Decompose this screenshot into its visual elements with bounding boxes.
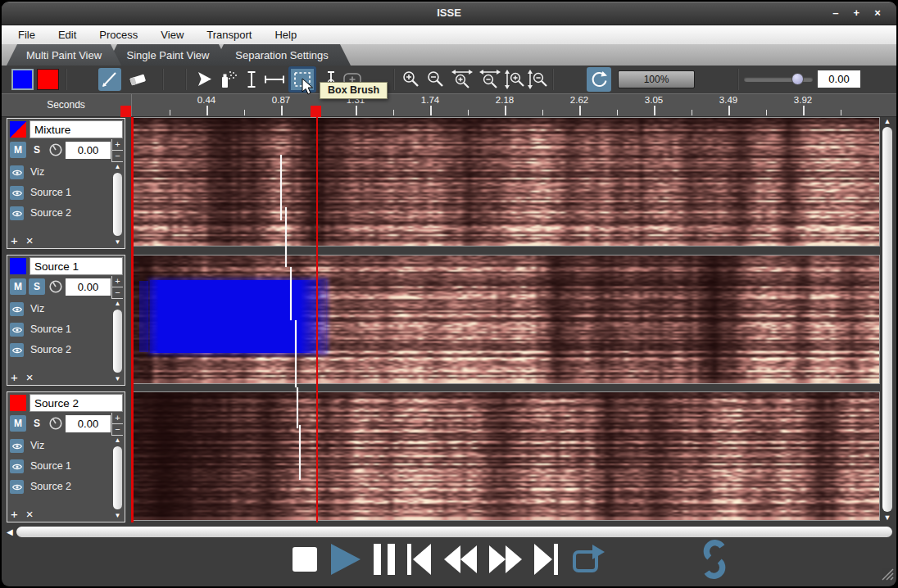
tab-separation-settings[interactable]: Separation Settings: [213, 44, 351, 66]
add-layer-button[interactable]: +: [11, 233, 18, 247]
track-color-swatch[interactable]: [10, 395, 26, 411]
scroll-up-arrow[interactable]: ▲: [882, 117, 893, 126]
arrow-brush-button[interactable]: [193, 68, 215, 91]
volume-slider-thumb[interactable]: [791, 73, 804, 85]
scroll-left-arrow[interactable]: ◀: [7, 527, 13, 537]
remove-layer-button[interactable]: ×: [26, 233, 34, 247]
scroll-down-arrow[interactable]: ▼: [112, 238, 123, 247]
horizontal-scrollbar[interactable]: ◀: [7, 526, 894, 538]
gain-decrement-button[interactable]: −: [111, 287, 123, 299]
panel-scrollbar-thumb[interactable]: [113, 173, 122, 236]
layer-row-source2[interactable]: Source 2: [9, 342, 111, 359]
scroll-up-arrow[interactable]: ▲: [112, 436, 123, 445]
zoom-out-horizontal-button[interactable]: [477, 68, 503, 91]
layer-row-source1[interactable]: Source 1: [9, 459, 111, 475]
track-color-swatch[interactable]: [10, 258, 26, 274]
track-name-field[interactable]: [29, 394, 123, 412]
scroll-down-arrow[interactable]: ▼: [112, 512, 123, 520]
scroll-down-arrow[interactable]: ▼: [882, 513, 893, 522]
solo-button[interactable]: S: [29, 142, 45, 158]
visibility-eye-icon[interactable]: [10, 302, 24, 316]
fast-forward-button[interactable]: [489, 544, 522, 575]
scroll-down-arrow[interactable]: ▼: [112, 375, 123, 383]
panel-scrollbar-thumb[interactable]: [113, 310, 122, 373]
panel-scrollbar-thumb[interactable]: [113, 446, 122, 509]
zoom-in-horizontal-button[interactable]: [449, 68, 475, 91]
scroll-up-arrow[interactable]: ▲: [112, 300, 123, 308]
playhead-marker[interactable]: [311, 106, 321, 117]
gain-increment-button[interactable]: +: [111, 413, 123, 424]
visibility-eye-icon[interactable]: [10, 439, 24, 453]
stop-button[interactable]: [292, 546, 318, 572]
gain-value-field[interactable]: [66, 415, 111, 432]
layer-row-source2[interactable]: Source 2: [9, 479, 111, 495]
gain-value-field[interactable]: [66, 142, 111, 159]
minimize-button[interactable]: –: [827, 7, 845, 19]
visibility-eye-icon[interactable]: [10, 459, 24, 473]
panel-scrollbar[interactable]: ▲ ▼: [112, 436, 123, 520]
gain-knob[interactable]: [48, 279, 63, 297]
menu-process[interactable]: Process: [88, 25, 149, 44]
gain-value-field[interactable]: [66, 278, 111, 296]
visibility-eye-icon[interactable]: [10, 206, 24, 220]
remove-layer-button[interactable]: ×: [26, 507, 34, 521]
play-button[interactable]: [330, 543, 361, 576]
loop-start-marker[interactable]: [120, 106, 131, 117]
layer-row-source2[interactable]: Source 2: [9, 206, 111, 222]
mixture-spectrogram[interactable]: [133, 117, 880, 247]
menu-edit[interactable]: Edit: [47, 25, 88, 44]
panel-scrollbar[interactable]: ▲ ▼: [112, 163, 123, 247]
vertical-scrollbar[interactable]: ▲ ▼: [882, 117, 893, 522]
vertical-line-brush-button[interactable]: [240, 68, 263, 91]
pause-button[interactable]: [374, 544, 395, 575]
source2-spectrogram[interactable]: [133, 391, 880, 521]
zoom-out-button[interactable]: [424, 68, 447, 91]
gain-increment-button[interactable]: +: [111, 276, 123, 287]
resize-grip[interactable]: [882, 568, 894, 584]
maximize-button[interactable]: +: [847, 7, 865, 19]
layer-row-source1[interactable]: Source 1: [9, 185, 111, 201]
tab-multi-paint-view[interactable]: Multi Paint View: [7, 44, 121, 66]
layer-row-viz[interactable]: Viz: [9, 165, 111, 181]
close-button[interactable]: ×: [869, 7, 887, 19]
gain-knob[interactable]: [48, 142, 63, 161]
layer-row-viz[interactable]: Viz: [9, 438, 111, 455]
track-color-swatch[interactable]: [10, 121, 26, 138]
menu-view[interactable]: View: [149, 25, 195, 44]
remove-layer-button[interactable]: ×: [26, 370, 34, 384]
volume-value-field[interactable]: [818, 70, 860, 88]
loop-toggle-button[interactable]: [587, 67, 611, 92]
timeline-ruler[interactable]: 0.440.871.311.742.182.623.053.493.92: [131, 94, 882, 116]
skip-to-start-button[interactable]: [407, 544, 432, 575]
brush-color-red-swatch[interactable]: [37, 69, 59, 90]
visibility-eye-icon[interactable]: [10, 186, 24, 200]
add-layer-button[interactable]: +: [11, 507, 18, 521]
zoom-level-combo[interactable]: 100%: [618, 70, 695, 88]
solo-button[interactable]: S: [29, 278, 45, 295]
menu-file[interactable]: File: [7, 25, 47, 44]
horizontal-line-brush-button[interactable]: [263, 68, 286, 91]
panel-scrollbar[interactable]: ▲ ▼: [112, 300, 123, 383]
painted-box-region[interactable]: [150, 280, 326, 353]
layer-row-source1[interactable]: Source 1: [9, 322, 111, 338]
airbrush-button[interactable]: [216, 68, 239, 91]
visibility-eye-icon[interactable]: [10, 165, 24, 179]
gain-knob[interactable]: [48, 416, 63, 434]
loop-button[interactable]: [571, 544, 607, 575]
eraser-tool-button[interactable]: [126, 68, 149, 91]
add-layer-button[interactable]: +: [11, 370, 18, 384]
mute-button[interactable]: M: [10, 415, 26, 432]
menu-help[interactable]: Help: [263, 25, 308, 44]
menu-transport[interactable]: Transport: [195, 25, 263, 44]
track-name-field[interactable]: [29, 120, 123, 138]
brush-color-blue-swatch[interactable]: [11, 69, 34, 90]
rewind-button[interactable]: [444, 544, 477, 575]
visibility-eye-icon[interactable]: [10, 323, 24, 337]
scroll-up-arrow[interactable]: ▲: [112, 163, 123, 171]
tab-single-paint-view[interactable]: Single Paint View: [107, 44, 229, 66]
mute-button[interactable]: M: [10, 278, 26, 295]
visibility-eye-icon[interactable]: [10, 343, 24, 357]
track-name-field[interactable]: [29, 257, 123, 275]
mute-button[interactable]: M: [10, 142, 26, 158]
gain-increment-button[interactable]: +: [111, 139, 123, 151]
